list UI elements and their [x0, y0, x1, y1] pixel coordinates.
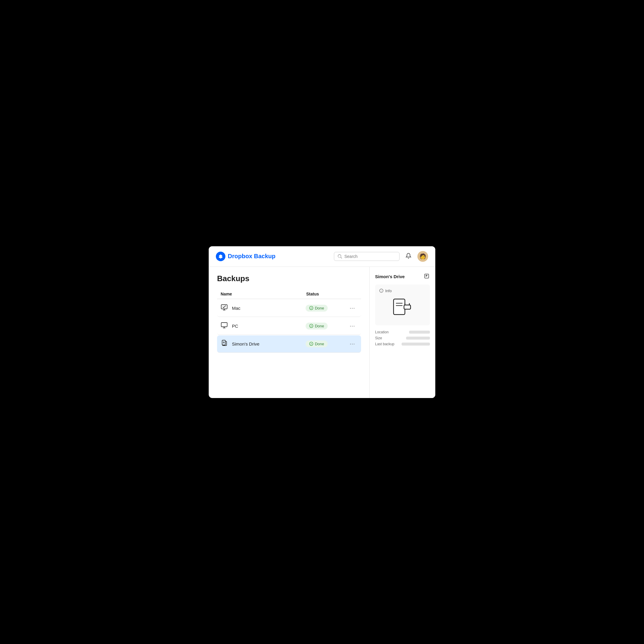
header-right: 🧑 — [334, 251, 428, 262]
svg-rect-17 — [394, 299, 405, 315]
size-value — [406, 337, 430, 340]
export-button[interactable] — [423, 273, 430, 280]
notifications-button[interactable] — [404, 252, 413, 261]
simons-drive-name: Simon's Drive — [232, 341, 306, 346]
mac-icon — [221, 304, 228, 312]
mac-more-button[interactable]: ··· — [347, 304, 357, 312]
table-row[interactable]: Simon's Drive Done ··· — [217, 335, 361, 353]
last-backup-detail: Last backup — [375, 342, 430, 346]
search-icon — [338, 254, 342, 258]
panel-title: Simon's Drive — [375, 274, 405, 279]
left-panel: Backups Name Status Mac — [209, 267, 370, 398]
last-backup-label: Last backup — [375, 342, 394, 346]
pc-name: PC — [232, 323, 306, 329]
svg-rect-9 — [222, 340, 225, 345]
check-circle-icon — [309, 342, 313, 346]
location-detail: Location — [375, 330, 430, 334]
bell-icon — [405, 253, 411, 259]
simons-drive-more-button[interactable]: ··· — [347, 340, 357, 348]
export-icon — [424, 273, 429, 279]
check-circle-icon — [309, 306, 313, 310]
drive-illustration — [379, 297, 426, 318]
main-content: Backups Name Status Mac — [209, 267, 435, 398]
table-row[interactable]: Mac Done ··· — [217, 300, 361, 317]
info-icon — [379, 289, 383, 293]
table-header: Name Status — [217, 289, 361, 299]
size-label: Size — [375, 336, 382, 340]
right-panel: Simon's Drive Info — [370, 267, 435, 398]
logo-area: Dropbox Backup — [216, 252, 275, 261]
mac-status: Done — [306, 305, 347, 312]
location-value — [409, 331, 430, 334]
pc-status: Done — [306, 323, 347, 329]
last-backup-value — [402, 343, 430, 346]
brand-name: Dropbox — [228, 253, 252, 259]
simons-drive-status: Done — [306, 340, 347, 347]
panel-title-row: Simon's Drive — [375, 273, 430, 280]
info-section: Info — [375, 284, 430, 325]
mac-name: Mac — [232, 306, 306, 311]
col-status-header: Status — [306, 292, 348, 296]
info-label: Info — [379, 289, 426, 293]
avatar[interactable]: 🧑 — [417, 251, 428, 262]
table-row[interactable]: PC Done ··· — [217, 318, 361, 335]
pc-more-button[interactable]: ··· — [347, 322, 357, 330]
app-window: Dropbox Backup 🧑 Back — [209, 246, 435, 398]
page-title: Backups — [217, 274, 361, 283]
logo-text: Dropbox Backup — [228, 253, 275, 260]
pc-icon — [221, 322, 228, 330]
svg-rect-18 — [404, 305, 411, 309]
search-input[interactable] — [344, 254, 396, 259]
detail-rows: Location Size Last backup — [375, 330, 430, 346]
header: Dropbox Backup 🧑 — [209, 246, 435, 267]
check-circle-icon — [309, 324, 313, 328]
drive-icon — [221, 340, 228, 348]
dropbox-logo-icon — [216, 252, 225, 261]
product-name: Backup — [254, 253, 275, 259]
size-detail: Size — [375, 336, 430, 340]
svg-rect-5 — [221, 323, 227, 327]
search-box[interactable] — [334, 252, 400, 261]
col-name-header: Name — [221, 292, 306, 296]
location-label: Location — [375, 330, 388, 334]
